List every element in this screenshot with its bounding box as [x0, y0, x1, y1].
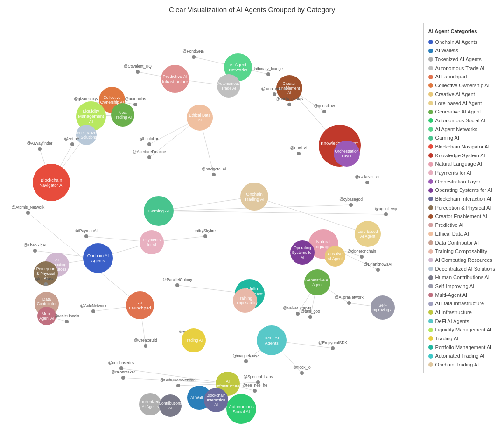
node-tee_nee_he[interactable] [253, 389, 257, 393]
node-henlokart[interactable] [147, 142, 151, 146]
legend-dot [428, 179, 433, 184]
node-decentralized-ai-solutions[interactable]: Decentralized AI Solutions [76, 125, 97, 145]
legend-item-automated-trading-ai: Automated Trading AI [428, 352, 495, 360]
legend-dot [428, 267, 433, 271]
node-trading-ai[interactable]: Trading AI [182, 328, 206, 352]
node-zettaai[interactable] [70, 142, 74, 146]
node-creator-enablement-ai[interactable]: Creator Enablement AI [276, 75, 302, 101]
node-subquerynetwork[interactable] [176, 384, 180, 387]
svg-line-46 [121, 368, 228, 384]
node-agent_wip[interactable] [384, 212, 388, 216]
node-nest-trading-ai[interactable]: Nest Trading AI [111, 103, 134, 127]
node-ethical-data-ai[interactable]: Ethical Data AI [187, 105, 213, 131]
handle-label-EmpyrealSDK: @EmpyrealSDK [318, 340, 347, 345]
node-tani_goo[interactable] [308, 315, 312, 319]
node-tryskyfire[interactable] [203, 234, 207, 238]
node-galanet_ai[interactable] [365, 181, 369, 184]
node-funi_ai[interactable] [297, 152, 301, 155]
node-creatorbid[interactable] [144, 344, 147, 348]
legend-item-liquidity-management-ai: Liquidity Management AI [428, 325, 495, 334]
node-payments-for-ai[interactable]: Payments for AI [140, 230, 164, 254]
node-autonomous-social-ai[interactable]: Autonomous Social AI [226, 394, 256, 424]
node-onchain-ai-agents[interactable]: Onchain AI Agents [83, 243, 113, 273]
node-aukinetwork[interactable] [91, 309, 95, 313]
handle-label-ParallelColony: @ParallelColony [162, 277, 192, 282]
legend-dot [428, 362, 433, 367]
node-binary_lounge[interactable] [266, 72, 270, 76]
node-empyrealsdk[interactable] [331, 346, 335, 350]
node-creative-ai-agent[interactable]: Creative AI Agent [325, 246, 345, 267]
legend-label: Human Contributions AI [435, 273, 490, 282]
node-cipheronchain[interactable] [360, 255, 364, 259]
handle-label-henlokart: @henlokart [139, 136, 160, 141]
node-magnetaixyz[interactable] [244, 359, 248, 363]
legend-label: AI Infrastructure [435, 308, 472, 317]
node-theorigai[interactable] [33, 249, 37, 253]
node-gaming-ai[interactable]: Gaming AI [144, 196, 174, 226]
node-lore-based-ai-agent[interactable]: Lore-based AI Agent [355, 221, 381, 247]
node-onchain-trading-ai[interactable]: Onchain Trading AI [240, 183, 268, 211]
node-self-improving-ai[interactable]: Self-Improving AI [371, 295, 395, 320]
node-coinbasedev[interactable] [119, 366, 123, 370]
node-paymanai[interactable] [84, 234, 88, 238]
node-getmasafi[interactable] [44, 282, 48, 286]
node-parallelcolony[interactable] [175, 283, 179, 287]
legend-item-portfolio-management-ai: Portfolio Management AI [428, 343, 495, 352]
node-autonoias[interactable] [133, 103, 137, 106]
node-training-composability[interactable]: Training Composability [233, 288, 257, 313]
handle-label-BrianknowsAI: @BrianknowsAI [364, 262, 392, 267]
node-questflow[interactable] [322, 110, 326, 113]
legend-label: Generative AI Agent [435, 107, 481, 116]
legend-item-knowledge-system-ai: Knowledge System AI [428, 151, 495, 160]
node-velvet_capital[interactable] [296, 312, 300, 316]
node-orchestration-layer[interactable]: Orchestration Layer [334, 141, 360, 167]
node-blockchain-navigator-ai[interactable]: Blockchain Navigator AI [33, 164, 70, 201]
node-brianknowsai[interactable] [376, 268, 380, 272]
legend-label: Decentralized AI Solutions [435, 265, 495, 274]
legend-item-ai-data-infrastructure: AI Data Infrastructure [428, 299, 495, 308]
legend-dot [428, 57, 433, 62]
legend-item-defi-ai-agents: DeFi AI Agents [428, 317, 495, 326]
node-aperturefinance[interactable] [147, 155, 151, 159]
node-flock_io[interactable] [300, 371, 304, 375]
node-atomis_network[interactable] [26, 211, 30, 215]
legend-dot [428, 258, 433, 262]
node-operating-systems-for-ai[interactable]: Operating Systems for AI [290, 240, 315, 265]
node-onchaingaias[interactable] [287, 103, 291, 106]
node-covalent_hq[interactable] [136, 70, 140, 74]
node-aiwayfinder[interactable] [38, 147, 42, 151]
legend-dot [428, 354, 433, 359]
legend-dot [428, 118, 433, 123]
legend-label: Training Composability [435, 247, 487, 256]
node-autonomous-trade-ai[interactable]: Autonomous Trade AI [217, 74, 240, 98]
node-spectral_labs[interactable] [256, 380, 260, 384]
node-predictive-ai-infra[interactable]: Predictive AI Infrastructure [161, 65, 189, 93]
svg-line-47 [123, 378, 228, 384]
node-cybasegod[interactable] [349, 203, 353, 207]
legend-label: Operating Systems for AI [435, 186, 492, 195]
node-defi-ai-agents[interactable]: DeFi AI Agents [257, 325, 287, 355]
node-tokenized-ai-agents[interactable]: Tokenized AI Agents [139, 393, 161, 415]
node-generative-ai-agent[interactable]: Generative AI Agent [304, 269, 330, 295]
node-human-contributions-ai[interactable]: Contributions AI [159, 394, 182, 417]
node-alloranetwork[interactable] [347, 301, 351, 305]
legend-item-creator-enablement-ai: Creator Enablement AI [428, 212, 495, 221]
legend-dot [428, 249, 433, 254]
node-ai-launchpad[interactable]: AI Launchpad [126, 291, 154, 319]
node-pondgnn[interactable] [192, 55, 196, 59]
node-multi-agent-ai[interactable]: Multi-Agent AI [37, 307, 56, 325]
node-navigate_ai[interactable] [212, 173, 216, 176]
handle-label-magnetaixyz: @magnetaixyz [233, 353, 259, 358]
node-luna_virtuals[interactable] [273, 92, 276, 96]
legend-item-training-composability: Training Composability [428, 247, 495, 256]
legend-item-onchain-trading-ai: Onchain Trading AI [428, 360, 495, 369]
legend-label: Gaming AI [435, 134, 459, 142]
legend-label: Autonomous Trade AI [435, 64, 485, 73]
handle-label-AlloraNetwork: @AlloraNetwork [335, 295, 364, 300]
node-blockchain-interaction-ai[interactable]: Blockchain Interaction AI [204, 388, 228, 412]
handle-label-Atomis_Network: @Atomis_Network [12, 205, 45, 210]
node-maizlincoin[interactable] [65, 320, 69, 323]
node-raionmaker[interactable] [121, 376, 125, 380]
legend-dot [428, 275, 433, 280]
legend-label: Knowledge System AI [435, 151, 485, 160]
